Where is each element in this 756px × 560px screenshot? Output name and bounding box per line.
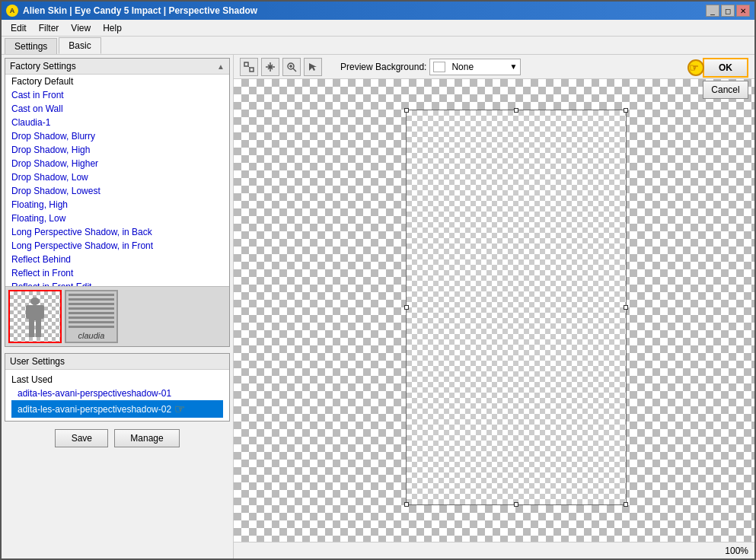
list-item[interactable]: Drop Shadow, Lowest xyxy=(5,184,229,198)
svg-line-10 xyxy=(293,68,296,72)
list-item[interactable]: Floating, High xyxy=(5,198,229,212)
bottom-buttons: Save Manage xyxy=(2,425,233,452)
selection-handle-tm[interactable] xyxy=(514,108,518,113)
app-icon: A xyxy=(6,5,18,17)
menu-bar: Edit Filter View Help xyxy=(2,20,754,37)
thumbnail-2[interactable]: claudia xyxy=(65,290,118,343)
zoom-level: 100% xyxy=(725,546,748,556)
svg-line-8 xyxy=(248,66,250,68)
ok-cancel-area: ☞ OK Cancel xyxy=(703,58,748,99)
svg-rect-2 xyxy=(26,305,31,319)
svg-rect-4 xyxy=(29,320,34,337)
main-content: Factory Settings ▲ Factory Default Cast … xyxy=(2,55,754,558)
user-settings-content: Last Used adita-les-avani-perspectivesha… xyxy=(5,370,229,421)
list-item[interactable]: Long Perspective Shadow, in Back xyxy=(5,225,229,239)
ok-cursor-icon: ☞ xyxy=(689,62,699,74)
minimize-button[interactable]: _ xyxy=(706,5,719,17)
factory-settings-list[interactable]: Factory Default Cast in Front Cast on Wa… xyxy=(5,75,229,286)
title-bar: A Alien Skin | Eye Candy 5 Impact | Pers… xyxy=(2,2,754,20)
selection-handle-br[interactable] xyxy=(624,502,628,507)
save-button[interactable]: Save xyxy=(55,429,108,447)
preview-bg-label: Preview Background: xyxy=(340,62,426,72)
svg-rect-5 xyxy=(36,320,41,337)
menu-filter[interactable]: Filter xyxy=(33,21,65,35)
list-item[interactable]: Reflect in Front xyxy=(5,266,229,280)
menu-view[interactable]: View xyxy=(65,21,97,35)
arrow-tool[interactable] xyxy=(304,58,322,76)
cancel-button[interactable]: Cancel xyxy=(703,81,748,99)
preview-image-container xyxy=(406,110,627,505)
factory-settings-header: Factory Settings ▲ xyxy=(5,59,229,75)
list-item[interactable]: Drop Shadow, Higher xyxy=(5,157,229,170)
scroll-indicator: ▲ xyxy=(217,62,225,71)
list-item[interactable]: Long Perspective Shadow, in Front xyxy=(5,239,229,253)
thumbnail-row: claudia xyxy=(5,286,229,346)
preview-bg-select[interactable]: None ▼ xyxy=(429,59,521,75)
restore-button[interactable]: ◻ xyxy=(721,5,735,17)
list-item[interactable]: Drop Shadow, Low xyxy=(5,170,229,184)
right-panel: Preview Background: None ▼ ☞ OK Cancel xyxy=(234,55,754,558)
list-item[interactable]: Drop Shadow, Blurry xyxy=(5,129,229,143)
close-button[interactable]: ✕ xyxy=(736,5,750,17)
selection-handle-mr[interactable] xyxy=(624,305,628,310)
tab-basic[interactable]: Basic xyxy=(59,37,100,54)
factory-settings-label: Factory Settings xyxy=(10,61,76,72)
list-item[interactable]: Drop Shadow, High xyxy=(5,143,229,157)
window-controls: _ ◻ ✕ xyxy=(706,5,750,17)
cursor-pointer-icon: ☞ xyxy=(174,402,185,416)
selection-handle-tl[interactable] xyxy=(404,108,409,113)
toolbar-row: Preview Background: None ▼ ☞ OK Cancel xyxy=(234,55,754,79)
tab-bar: Settings Basic xyxy=(2,37,754,55)
ok-label: OK xyxy=(719,62,732,73)
status-bar: 100% xyxy=(234,542,754,558)
thumbnail-1[interactable] xyxy=(8,290,62,343)
last-used-label: Last Used xyxy=(11,373,223,387)
preview-area xyxy=(234,79,754,542)
left-panel: Factory Settings ▲ Factory Default Cast … xyxy=(2,55,234,558)
selection-handle-bl[interactable] xyxy=(404,502,409,507)
list-item[interactable]: Cast on Wall xyxy=(5,102,229,116)
pan-tool[interactable] xyxy=(261,58,279,76)
list-item[interactable]: Factory Default xyxy=(5,75,229,88)
manage-button[interactable]: Manage xyxy=(114,429,179,447)
user-settings-container: User Settings Last Used adita-les-avani-… xyxy=(5,353,230,422)
user-preset-2[interactable]: adita-les-avani-perspectiveshadow-02 ☞ xyxy=(11,400,223,418)
preview-image xyxy=(407,110,626,504)
selection-handle-bm[interactable] xyxy=(514,502,518,507)
user-preset-1[interactable]: adita-les-avani-perspectiveshadow-01 xyxy=(11,387,223,400)
ok-button[interactable]: ☞ OK xyxy=(703,58,748,78)
list-item[interactable]: Reflect in Front Edit xyxy=(5,280,229,286)
list-item[interactable]: Claudia-1 xyxy=(5,116,229,129)
tab-settings[interactable]: Settings xyxy=(5,38,57,54)
svg-rect-6 xyxy=(244,62,248,66)
svg-rect-3 xyxy=(39,305,44,319)
zoom-tool[interactable] xyxy=(282,58,301,76)
factory-settings-container: Factory Settings ▲ Factory Default Cast … xyxy=(5,58,230,347)
selection-handle-tr[interactable] xyxy=(624,108,628,113)
preview-bg-value: None xyxy=(451,62,474,72)
list-item[interactable]: Floating, Low xyxy=(5,212,229,225)
main-window: A Alien Skin | Eye Candy 5 Impact | Pers… xyxy=(0,0,756,560)
dropdown-arrow-icon: ▼ xyxy=(509,62,517,71)
list-item[interactable]: Reflect Behind xyxy=(5,253,229,266)
zoom-rect-tool[interactable] xyxy=(240,58,258,76)
user-preset-2-label: adita-les-avani-perspectiveshadow-02 xyxy=(18,404,171,415)
user-settings-label: User Settings xyxy=(10,356,65,367)
user-settings-header: User Settings xyxy=(5,354,229,370)
menu-edit[interactable]: Edit xyxy=(5,21,33,35)
selection-handle-ml[interactable] xyxy=(404,305,409,310)
svg-rect-7 xyxy=(250,68,254,72)
menu-help[interactable]: Help xyxy=(97,21,128,35)
window-title: Alien Skin | Eye Candy 5 Impact | Perspe… xyxy=(23,5,257,16)
list-item[interactable]: Cast in Front xyxy=(5,88,229,102)
svg-rect-0 xyxy=(30,298,40,305)
